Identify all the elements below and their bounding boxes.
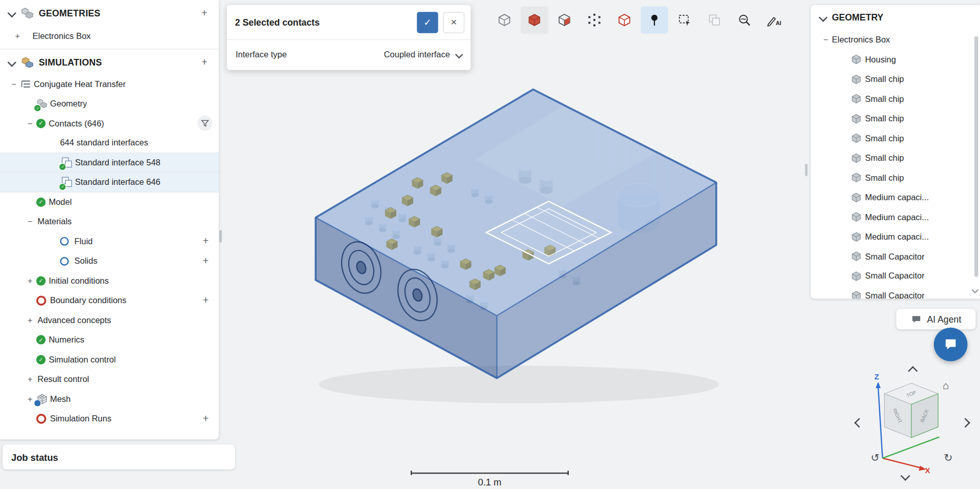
part-cube-icon [850, 74, 862, 85]
geom-item-electronics-box[interactable]: Electronics Box [811, 30, 980, 50]
section-divider [0, 49, 219, 49]
tree-item-numerics[interactable]: Numerics [0, 330, 219, 350]
rotate-up-button[interactable] [909, 366, 916, 377]
expand-icon[interactable] [25, 276, 35, 285]
geom-item[interactable]: Small chip [811, 89, 980, 109]
job-status-bar[interactable]: Job status [3, 444, 235, 470]
box-select-icon[interactable] [671, 6, 698, 34]
tree-item-materials[interactable]: Materials [0, 212, 219, 231]
collapse-icon[interactable] [25, 217, 35, 226]
tree-item-solids[interactable]: Solids [0, 251, 219, 271]
scroll-down-icon[interactable] [972, 284, 977, 295]
simulation-tree-panel: GEOMETRIES Electronics Box SIMULATIONS C… [0, 0, 219, 439]
check-icon [36, 197, 46, 206]
expand-icon[interactable] [25, 375, 35, 384]
select-vertices-icon[interactable] [581, 6, 608, 34]
tree-item-initial-conditions[interactable]: Initial conditions [0, 271, 219, 290]
part-cube-icon [850, 231, 862, 242]
geom-item[interactable]: Small chip [811, 168, 980, 187]
simulation-icon [20, 78, 31, 90]
chat-icon [911, 313, 922, 325]
ai-annotate-icon[interactable]: AI [761, 6, 789, 34]
interface-icon [61, 157, 73, 168]
support-chat-button[interactable] [934, 328, 968, 362]
incomplete-status-icon [36, 414, 47, 424]
geom-item[interactable]: Medium capaci... [811, 187, 980, 207]
geom-item[interactable]: Small Capacitor [811, 286, 980, 299]
geometry-header[interactable]: GEOMETRY [811, 5, 980, 30]
tree-item-fluid[interactable]: Fluid [0, 231, 219, 251]
filter-button[interactable] [198, 116, 212, 131]
add-boundary-condition-button[interactable] [199, 293, 212, 307]
part-cube-icon [850, 270, 862, 282]
expand-icon[interactable] [12, 31, 23, 40]
geometries-header[interactable]: GEOMETRIES [0, 0, 219, 26]
tree-item-advanced-concepts[interactable]: Advanced concepts [0, 310, 219, 330]
geom-item[interactable]: Small chip [811, 129, 980, 148]
part-cube-icon [850, 172, 862, 183]
tree-item-standard-interface-646[interactable]: Standard interface 646 [0, 173, 219, 192]
right-panel-resize-handle[interactable] [805, 164, 807, 176]
simulations-icon [22, 56, 34, 68]
collapse-icon[interactable] [25, 119, 35, 128]
tree-item-contacts[interactable]: Contacts (646) [0, 114, 219, 133]
rotate-ccw-button[interactable]: ↺ [870, 451, 879, 464]
confirm-button[interactable] [417, 12, 438, 33]
geom-item[interactable]: Medium capaci... [811, 227, 980, 246]
tree-item-644-standard-interfaces[interactable]: 644 standard interfaces [0, 133, 219, 153]
tree-item-simulation-runs[interactable]: Simulation Runs [0, 409, 219, 428]
tree-item-conjugate-heat-transfer[interactable]: Conjugate Heat Transfer [0, 74, 219, 94]
part-cube-icon [850, 211, 862, 223]
add-solid-button[interactable] [199, 254, 212, 268]
tree-item-model[interactable]: Model [0, 192, 219, 211]
part-cube-icon [850, 93, 862, 104]
geometry-icon [36, 98, 48, 109]
tree-item-standard-interface-548[interactable]: Standard interface 548 [0, 153, 219, 172]
geom-item[interactable]: Housing [811, 50, 980, 69]
home-view-button[interactable]: ⌂ [943, 380, 949, 392]
viewport-toolbar: AI [491, 6, 788, 34]
geom-item[interactable]: Small Capacitor [811, 266, 980, 286]
tree-item-simulation-control[interactable]: Simulation control [0, 350, 219, 369]
add-simulation-button[interactable] [198, 55, 211, 69]
collapse-icon[interactable] [821, 35, 831, 45]
scrollbar-thumb[interactable] [974, 36, 978, 277]
select-faces-icon[interactable] [550, 6, 578, 34]
interface-type-label: Interface type [236, 50, 287, 59]
left-panel-resize-handle[interactable] [219, 230, 222, 242]
tree-item-electronics-box-geom[interactable]: Electronics Box [0, 26, 219, 46]
geom-item[interactable]: Small Capacitor [811, 247, 980, 266]
select-volumes-icon[interactable] [491, 6, 518, 34]
view-cube[interactable]: TOP RIGHT BACK Z X [847, 359, 978, 487]
select-edges-icon[interactable] [611, 6, 638, 34]
add-simulation-run-button[interactable] [199, 412, 212, 426]
tree-item-mesh[interactable]: Mesh [0, 389, 219, 409]
rotate-right-button[interactable] [962, 417, 969, 429]
expand-icon[interactable] [25, 315, 35, 325]
pin-tool-icon[interactable] [641, 6, 668, 34]
ai-agent-button[interactable]: AI Agent [896, 309, 975, 329]
simulations-header[interactable]: SIMULATIONS [0, 50, 219, 74]
model-shadow [319, 366, 719, 403]
rotate-left-button[interactable] [856, 417, 862, 429]
interface-type-select[interactable]: Coupled interface [384, 50, 462, 59]
geom-item[interactable]: Small chip [811, 69, 980, 89]
geom-item[interactable]: Small chip [811, 148, 980, 167]
tree-item-boundary-conditions[interactable]: Boundary conditions [0, 291, 219, 310]
add-geometry-button[interactable] [198, 6, 211, 20]
select-solids-icon[interactable] [521, 6, 548, 34]
rotate-down-button[interactable] [902, 471, 908, 482]
cancel-button[interactable] [443, 12, 464, 33]
probe-inspect-icon[interactable] [731, 6, 758, 34]
tree-item-result-control[interactable]: Result control [0, 369, 219, 389]
geom-item[interactable]: Medium capaci... [811, 207, 980, 227]
geom-item[interactable]: Small chip [811, 109, 980, 128]
add-fluid-button[interactable] [199, 235, 212, 248]
geometry-panel: GEOMETRY Electronics Box Housing Small c… [811, 5, 980, 299]
chevron-down-icon [8, 9, 16, 17]
collapse-icon[interactable] [9, 79, 19, 89]
part-cube-icon [850, 290, 862, 299]
tree-item-geometry[interactable]: Geometry [0, 94, 219, 113]
rotate-cw-button[interactable]: ↻ [944, 451, 952, 464]
mesh-status-badge [34, 399, 41, 407]
